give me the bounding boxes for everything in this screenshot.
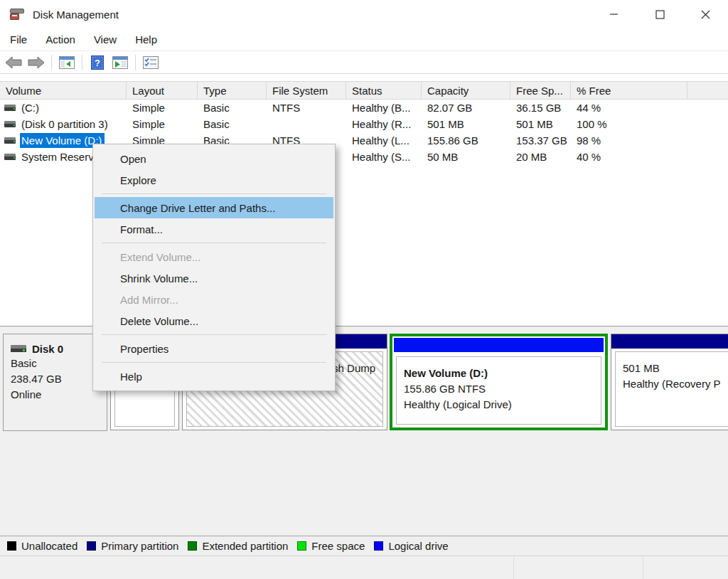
menu-item-format[interactable]: Format... xyxy=(93,218,335,240)
menu-item-shrink-volume[interactable]: Shrink Volume... xyxy=(93,267,335,289)
cell-layout: Simple xyxy=(127,116,198,132)
cell-status: Healthy (L... xyxy=(346,132,422,149)
legend-logical-drive: Logical drive xyxy=(374,540,448,552)
cell-pct-free: 40 % xyxy=(571,149,687,165)
table-row[interactable]: (Disk 0 partition 3) Simple Basic Health… xyxy=(0,116,728,132)
cell-status: Healthy (S... xyxy=(346,149,422,165)
col-type[interactable]: Type xyxy=(198,82,267,99)
disk-icon xyxy=(11,345,26,352)
disk0-panel[interactable]: Disk 0 Basic 238.47 GB Online xyxy=(3,334,107,431)
cell-type: Basic xyxy=(198,116,267,132)
cell-fs: NTFS xyxy=(267,100,346,116)
volume-icon xyxy=(4,105,16,111)
cell-status: Healthy (R... xyxy=(346,116,422,132)
menu-separator xyxy=(93,331,335,338)
minimize-button[interactable] xyxy=(592,0,637,28)
menu-item-delete-volume[interactable]: Delete Volume... xyxy=(93,310,335,331)
col-capacity[interactable]: Capacity xyxy=(422,82,510,99)
cell-free: 153.37 GB xyxy=(510,132,571,149)
volume-name: (C:) xyxy=(20,100,42,115)
menu-separator xyxy=(93,240,335,246)
col-free-space[interactable]: Free Sp... xyxy=(510,82,571,99)
volume-icon xyxy=(4,121,16,127)
cell-capacity: 501 MB xyxy=(422,116,510,132)
legend-swatch xyxy=(7,541,16,551)
volume-icon xyxy=(4,154,16,160)
menu-item-change-drive-letter-and-paths[interactable]: Change Drive Letter and Paths... xyxy=(95,197,333,218)
volume-icon xyxy=(4,137,16,144)
menu-help[interactable]: Help xyxy=(127,31,166,48)
col-pct-free[interactable]: % Free xyxy=(571,82,687,99)
cell-capacity: 82.07 GB xyxy=(422,100,510,116)
svg-text:?: ? xyxy=(95,58,100,68)
cell-type: Basic xyxy=(198,100,267,116)
menu-separator xyxy=(93,359,335,366)
properties-list-icon[interactable] xyxy=(141,53,160,72)
partition-new-volume-d[interactable]: New Volume (D:) 155.86 GB NTFS Healthy (… xyxy=(390,334,608,430)
forward-icon[interactable] xyxy=(27,53,46,72)
cell-free: 20 MB xyxy=(510,149,571,165)
show-action-pane-icon[interactable] xyxy=(111,53,129,72)
cell-fs xyxy=(267,116,346,132)
legend-swatch xyxy=(297,541,306,551)
legend-extended-partition: Extended partition xyxy=(188,540,288,552)
table-header: Volume Layout Type File System Status Ca… xyxy=(0,81,728,100)
cell-status: Healthy (B... xyxy=(346,100,422,116)
toolbar-separator xyxy=(135,55,136,70)
toolbar: ? xyxy=(0,51,728,74)
legend-swatch xyxy=(188,541,197,551)
legend-unallocated: Unallocated xyxy=(7,540,77,552)
partition-size: 155.86 GB NTFS xyxy=(404,381,601,397)
app-icon xyxy=(10,8,26,21)
cell-free: 501 MB xyxy=(510,116,571,132)
logical-drive-bar xyxy=(394,338,604,352)
close-button[interactable] xyxy=(682,0,728,28)
menu-item-add-mirror: Add Mirror... xyxy=(93,289,335,310)
partition-recovery[interactable]: 501 MB Healthy (Recovery P xyxy=(611,334,728,430)
legend-free-space: Free space xyxy=(297,540,365,552)
col-status[interactable]: Status xyxy=(346,82,422,99)
menu-action[interactable]: Action xyxy=(37,31,84,48)
col-empty xyxy=(687,82,728,99)
back-icon[interactable] xyxy=(4,53,23,72)
col-layout[interactable]: Layout xyxy=(127,82,198,99)
partition-status: Healthy (Recovery P xyxy=(623,376,728,392)
cell-free: 36.15 GB xyxy=(510,100,571,116)
legend-primary-partition: Primary partition xyxy=(87,540,178,552)
cell-capacity: 50 MB xyxy=(422,149,510,165)
legend-swatch xyxy=(374,541,383,551)
partition-status: Healthy (Logical Drive) xyxy=(404,397,601,413)
partition-name: New Volume (D:) xyxy=(404,366,601,381)
primary-partition-bar xyxy=(611,334,728,349)
menu-item-help[interactable]: Help xyxy=(93,366,335,387)
window-title: Disk Management xyxy=(33,9,119,21)
volume-name: (Disk 0 partition 3) xyxy=(20,117,111,132)
menu-bar: File Action View Help xyxy=(0,28,728,51)
cell-pct-free: 98 % xyxy=(571,132,687,149)
show-console-tree-icon[interactable] xyxy=(58,53,76,72)
legend-swatch xyxy=(87,541,96,551)
partition-size: 501 MB xyxy=(623,361,728,376)
col-volume[interactable]: Volume xyxy=(0,82,127,99)
cell-capacity: 155.86 GB xyxy=(422,132,510,149)
disk-name: Disk 0 xyxy=(32,343,63,355)
table-row[interactable]: (C:) Simple Basic NTFS Healthy (B... 82.… xyxy=(0,100,728,116)
col-file-system[interactable]: File System xyxy=(267,82,346,99)
title-bar: Disk Management xyxy=(0,0,728,28)
status-bar xyxy=(0,556,728,579)
help-icon[interactable]: ? xyxy=(88,53,107,72)
cell-pct-free: 44 % xyxy=(571,100,687,116)
volume-context-menu: Open Explore Change Drive Letter and Pat… xyxy=(92,144,336,391)
menu-file[interactable]: File xyxy=(1,31,36,48)
maximize-button[interactable] xyxy=(637,0,682,28)
menu-item-explore[interactable]: Explore xyxy=(93,169,335,191)
menu-view[interactable]: View xyxy=(85,31,125,48)
menu-separator xyxy=(93,191,335,197)
menu-item-extend-volume: Extend Volume... xyxy=(93,246,335,267)
cell-pct-free: 100 % xyxy=(571,116,687,132)
legend-bar: Unallocated Primary partition Extended p… xyxy=(0,536,728,556)
menu-item-properties[interactable]: Properties xyxy=(93,338,335,359)
toolbar-separator xyxy=(51,55,52,70)
cell-layout: Simple xyxy=(127,100,198,116)
menu-item-open[interactable]: Open xyxy=(93,148,335,169)
